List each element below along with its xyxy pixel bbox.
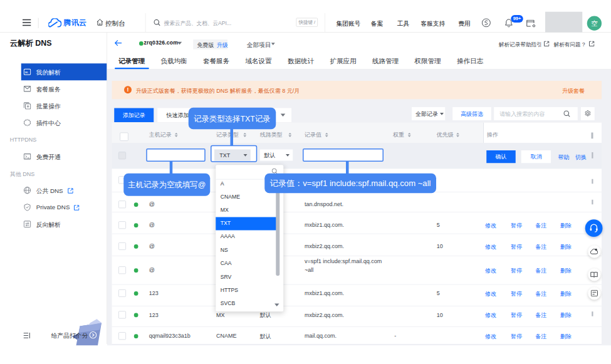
- svg-text:w.: w.: [24, 70, 29, 74]
